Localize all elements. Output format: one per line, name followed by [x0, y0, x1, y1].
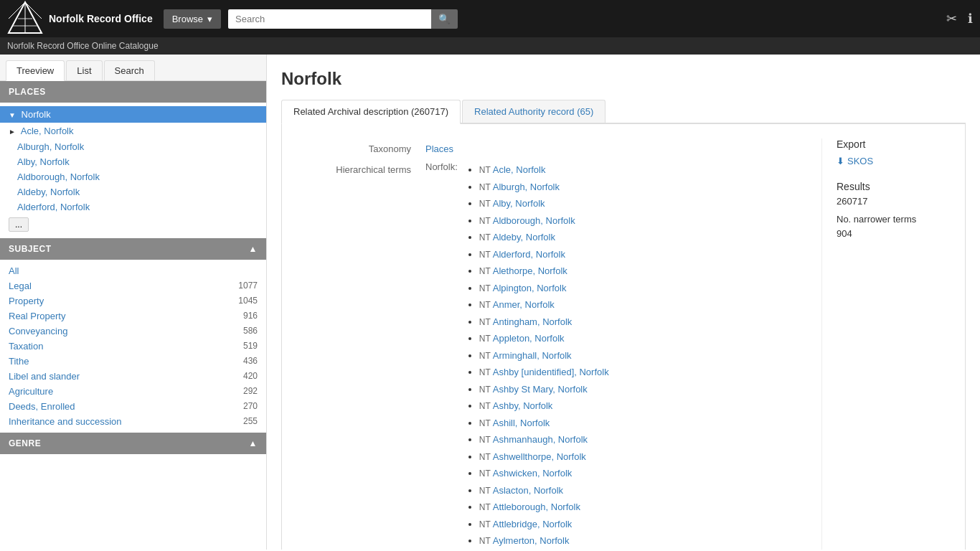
search-input[interactable]: [228, 9, 431, 29]
list-item: NTAppleton, Norfolk: [479, 330, 609, 347]
places-sub-item-alburgh[interactable]: Alburgh, Norfolk: [0, 139, 266, 154]
logo-icon: [7, 1, 43, 37]
content-tabs: Related Archival description (260717) Re…: [281, 100, 966, 124]
subject-inheritance-link[interactable]: Inheritance and succession: [9, 416, 122, 427]
aldeby-link[interactable]: Aldeby, Norfolk: [17, 187, 80, 197]
nt-link-alby[interactable]: Alby, Norfolk: [493, 198, 545, 209]
acle-link[interactable]: Acle, Norfolk: [21, 126, 74, 136]
clip-icon-button[interactable]: ✂: [946, 11, 957, 27]
places-sub-item-aldborough[interactable]: Aldborough, Norfolk: [0, 169, 266, 184]
subject-all-link[interactable]: All: [9, 265, 19, 276]
info-table: Taxonomy Hierarchical terms Places Norfo…: [296, 138, 821, 550]
nt-link-attlebridge[interactable]: Attlebridge, Norfolk: [493, 519, 573, 529]
search-button[interactable]: 🔍: [431, 9, 458, 29]
subject-tithe-link[interactable]: Tithe: [9, 356, 29, 367]
nt-link-appleton[interactable]: Appleton, Norfolk: [493, 333, 565, 344]
list-item: NTAttleborough, Norfolk: [479, 499, 609, 516]
list-item: NTAshwicken, Norfolk: [479, 465, 609, 482]
places-sub-item-alderford[interactable]: Alderford, Norfolk: [0, 199, 266, 215]
list-item: NTAshmanhaugh, Norfolk: [479, 431, 609, 448]
nt-link-alburgh[interactable]: Alburgh, Norfolk: [493, 182, 560, 192]
list-item: NTAttlebridge, Norfolk: [479, 516, 609, 533]
nt-link-ashwicken[interactable]: Ashwicken, Norfolk: [493, 468, 573, 479]
subject-item-all[interactable]: All: [0, 263, 266, 278]
norfolk-label: Norfolk: [22, 109, 51, 120]
nt-link-aldeby[interactable]: Aldeby, Norfolk: [493, 232, 555, 242]
nt-link-acle[interactable]: Acle, Norfolk: [493, 164, 546, 175]
list-item: NTAslacton, Norfolk: [479, 482, 609, 499]
nt-link-ashby[interactable]: Ashby, Norfolk: [493, 400, 553, 411]
subject-item-real-property[interactable]: Real Property 916: [0, 309, 266, 324]
nt-link-alderford[interactable]: Alderford, Norfolk: [493, 249, 565, 260]
taxonomy-value-link[interactable]: Places: [425, 143, 453, 154]
nt-link-ashwellthorpe[interactable]: Ashwellthorpe, Norfolk: [493, 451, 586, 462]
nt-link-ashby-unid[interactable]: Ashby [unidentified], Norfolk: [493, 367, 609, 377]
subject-item-legal[interactable]: Legal 1077: [0, 278, 266, 293]
page-title: Norfolk: [281, 69, 966, 89]
nt-link-antingham[interactable]: Antingham, Norfolk: [493, 316, 573, 327]
nt-link-ashill[interactable]: Ashill, Norfolk: [493, 418, 550, 428]
tab-authority[interactable]: Related Authority record (65): [462, 100, 606, 123]
nav-icons: ✂ ℹ: [946, 11, 973, 27]
places-sub-item-alby[interactable]: Alby, Norfolk: [0, 154, 266, 169]
sub-nav-text: Norfolk Record Office Online Catalogue: [7, 41, 159, 51]
subject-list: All Legal 1077 Property 1045 Real Proper…: [0, 260, 266, 433]
nt-link-arminghall[interactable]: Arminghall, Norfolk: [493, 350, 572, 361]
subject-item-agriculture[interactable]: Agriculture 292: [0, 384, 266, 399]
subject-deeds-link[interactable]: Deeds, Enrolled: [9, 401, 75, 412]
subject-real-property-link[interactable]: Real Property: [9, 311, 65, 321]
subject-item-tithe[interactable]: Tithe 436: [0, 354, 266, 369]
subject-libel-link[interactable]: Libel and slander: [9, 371, 80, 382]
browse-button[interactable]: Browse ▾: [164, 9, 221, 29]
alburgh-link[interactable]: Alburgh, Norfolk: [17, 141, 84, 152]
nt-link-ashby-st-mary[interactable]: Ashby St Mary, Norfolk: [493, 384, 588, 395]
list-item: NTAntingham, Norfolk: [479, 314, 609, 331]
subject-agriculture-link[interactable]: Agriculture: [9, 386, 53, 397]
subject-legal-count: 1077: [238, 281, 258, 291]
nt-link-anmer[interactable]: Anmer, Norfolk: [493, 299, 555, 310]
nt-link-aylmerton[interactable]: Aylmerton, Norfolk: [493, 535, 570, 546]
subject-item-taxation[interactable]: Taxation 519: [0, 339, 266, 354]
subject-property-link[interactable]: Property: [9, 296, 44, 306]
nt-link-ashmanhaugh[interactable]: Ashmanhaugh, Norfolk: [493, 434, 588, 445]
subject-collapse-icon[interactable]: ▲: [249, 244, 258, 254]
sub-nav-bar: Norfolk Record Office Online Catalogue: [0, 37, 980, 55]
list-item: NTAshwellthorpe, Norfolk: [479, 448, 609, 466]
subject-conveyancing-link[interactable]: Conveyancing: [9, 326, 67, 336]
arrow-acle: ►: [9, 128, 16, 136]
skos-link[interactable]: ⬇ SKOS: [837, 156, 951, 166]
nt-link-aslacton[interactable]: Aslacton, Norfolk: [493, 485, 563, 496]
nt-link-alpington[interactable]: Alpington, Norfolk: [493, 283, 567, 293]
nt-link-attleborough[interactable]: Attleborough, Norfolk: [493, 501, 580, 512]
subject-item-deeds[interactable]: Deeds, Enrolled 270: [0, 399, 266, 414]
nt-link-aldborough[interactable]: Aldborough, Norfolk: [493, 215, 575, 226]
subject-item-property[interactable]: Property 1045: [0, 293, 266, 309]
subject-tithe-count: 436: [243, 356, 258, 367]
more-button[interactable]: ...: [9, 217, 29, 232]
places-item-acle[interactable]: ► Acle, Norfolk: [0, 123, 266, 139]
tab-search[interactable]: Search: [104, 60, 155, 80]
info-values: Places Norfolk: NTAcle, Norfolk NTAlburg…: [425, 138, 821, 550]
subject-legal-link[interactable]: Legal: [9, 281, 32, 291]
hierarchical-norfolk: Norfolk:: [425, 161, 458, 172]
subject-item-libel[interactable]: Libel and slander 420: [0, 369, 266, 384]
info-icon-button[interactable]: ℹ: [968, 11, 973, 27]
export-panel: Export ⬇ SKOS Results 260717 No. narrowe…: [821, 138, 951, 550]
places-item-norfolk[interactable]: ▼ Norfolk: [0, 106, 266, 123]
subject-label: SUBJECT: [9, 244, 52, 254]
genre-collapse-icon[interactable]: ▲: [249, 438, 258, 448]
sidebar-tabs: Treeview List Search: [0, 55, 266, 81]
aldborough-link[interactable]: Aldborough, Norfolk: [17, 171, 100, 182]
subject-taxation-count: 519: [243, 341, 258, 352]
alderford-link[interactable]: Alderford, Norfolk: [17, 202, 90, 212]
logo-area: Norfolk Record Office: [7, 1, 153, 37]
tab-list[interactable]: List: [66, 60, 102, 80]
subject-item-conveyancing[interactable]: Conveyancing 586: [0, 324, 266, 339]
tab-treeview[interactable]: Treeview: [6, 60, 65, 81]
places-sub-item-aldeby[interactable]: Aldeby, Norfolk: [0, 184, 266, 199]
subject-taxation-link[interactable]: Taxation: [9, 341, 43, 352]
nt-link-alethorpe[interactable]: Alethorpe, Norfolk: [493, 265, 567, 276]
alby-link[interactable]: Alby, Norfolk: [17, 156, 70, 167]
tab-archival[interactable]: Related Archival description (260717): [281, 100, 461, 124]
subject-item-inheritance[interactable]: Inheritance and succession 255: [0, 414, 266, 429]
